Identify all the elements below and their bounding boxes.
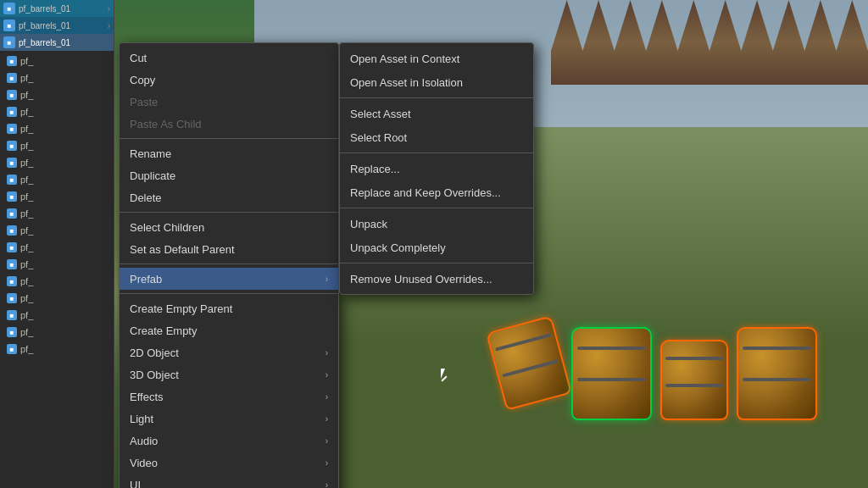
cube-icon-2: ■ bbox=[3, 19, 15, 31]
cube-icon-r10: ■ bbox=[7, 208, 17, 219]
submenu-select-root[interactable]: Select Root bbox=[340, 125, 533, 149]
cube-icon-r17: ■ bbox=[7, 327, 17, 337]
divider-4 bbox=[120, 293, 338, 294]
menu-create-empty-parent[interactable]: Create Empty Parent bbox=[120, 297, 338, 319]
video-arrow: › bbox=[326, 458, 328, 468]
submenu-divider-3 bbox=[340, 208, 533, 208]
sidebar-row-pf13[interactable]: ■ pf_ bbox=[0, 256, 114, 273]
cube-icon-r7: ■ bbox=[7, 158, 17, 168]
cube-icon-r4: ■ bbox=[7, 107, 17, 117]
sidebar-row-pf18[interactable]: ■ pf_ bbox=[0, 341, 114, 358]
cube-icon-r15: ■ bbox=[7, 293, 17, 303]
cube-icon-r18: ■ bbox=[7, 344, 17, 354]
sidebar-row-pf4[interactable]: ■ pf_ bbox=[0, 103, 114, 120]
menu-light[interactable]: Light › bbox=[120, 408, 338, 430]
sidebar-row-pf9[interactable]: ■ pf_ bbox=[0, 188, 114, 205]
sidebar-row-pf15[interactable]: ■ pf_ bbox=[0, 290, 114, 307]
cube-icon-r11: ■ bbox=[7, 225, 17, 236]
sidebar-row-pf2[interactable]: ■ pf_ bbox=[0, 69, 114, 86]
menu-2d-object[interactable]: 2D Object › bbox=[120, 341, 338, 363]
barrel-4 bbox=[737, 327, 817, 420]
cube-icon-r9: ■ bbox=[7, 191, 17, 202]
menu-ui[interactable]: UI › bbox=[120, 474, 338, 488]
arrow-1: › bbox=[108, 4, 110, 14]
menu-copy[interactable]: Copy bbox=[120, 69, 338, 91]
divider-1 bbox=[120, 138, 338, 139]
menu-paste-as-child: Paste As Child bbox=[120, 113, 338, 135]
sidebar-label-1: pf_barrels_01 bbox=[19, 4, 70, 14]
menu-delete[interactable]: Delete bbox=[120, 186, 338, 208]
cube-icon-1: ■ bbox=[3, 3, 15, 14]
submenu-divider-4 bbox=[340, 263, 533, 263]
barrel-2 bbox=[571, 327, 652, 420]
menu-effects[interactable]: Effects › bbox=[120, 385, 338, 408]
sidebar-item-1[interactable]: ■ pf_barrels_01 › bbox=[0, 0, 114, 17]
submenu-select-asset[interactable]: Select Asset bbox=[340, 102, 533, 125]
menu-audio[interactable]: Audio › bbox=[120, 430, 338, 452]
sidebar-row-pf10[interactable]: ■ pf_ bbox=[0, 205, 114, 222]
sidebar-row-pf7[interactable]: ■ pf_ bbox=[0, 154, 114, 171]
submenu-replace-keep-overrides[interactable]: Replace and Keep Overrides... bbox=[340, 180, 533, 204]
cube-icon-r8: ■ bbox=[7, 175, 17, 185]
divider-3 bbox=[120, 263, 338, 264]
sidebar-row-pf8[interactable]: ■ pf_ bbox=[0, 171, 114, 188]
submenu-divider-1 bbox=[340, 97, 533, 98]
cube-icon-r2: ■ bbox=[7, 73, 17, 83]
sidebar-row-pf3[interactable]: ■ pf_ bbox=[0, 86, 114, 103]
effects-arrow: › bbox=[326, 392, 328, 402]
prefab-submenu: Open Asset in Context Open Asset in Isol… bbox=[339, 42, 534, 295]
submenu-replace[interactable]: Replace... bbox=[340, 157, 533, 180]
prefab-arrow: › bbox=[326, 274, 328, 284]
submenu-open-isolation[interactable]: Open Asset in Isolation bbox=[340, 70, 533, 94]
sidebar-item-3[interactable]: ■ pf_barrels_01 bbox=[0, 34, 114, 51]
menu-prefab[interactable]: Prefab › bbox=[120, 268, 338, 290]
menu-select-children[interactable]: Select Children bbox=[120, 216, 338, 238]
cube-icon-r14: ■ bbox=[7, 276, 17, 286]
submenu-remove-unused-overrides[interactable]: Remove Unused Overrides... bbox=[340, 267, 533, 291]
menu-set-default-parent[interactable]: Set as Default Parent bbox=[120, 238, 338, 260]
sidebar-row-pf16[interactable]: ■ pf_ bbox=[0, 307, 114, 324]
submenu-open-context[interactable]: Open Asset in Context bbox=[340, 47, 533, 70]
cube-icon-r6: ■ bbox=[7, 141, 17, 151]
hierarchy-sidebar: ■ pf_barrels_01 › ■ pf_barrels_01 › ■ pf… bbox=[0, 0, 114, 488]
audio-arrow: › bbox=[326, 436, 328, 446]
cube-icon-r13: ■ bbox=[7, 259, 17, 269]
menu-video[interactable]: Video › bbox=[120, 452, 338, 474]
sidebar-row-pf5[interactable]: ■ pf_ bbox=[0, 120, 114, 137]
3d-arrow: › bbox=[326, 370, 328, 380]
arrow-2: › bbox=[108, 21, 110, 30]
divider-2 bbox=[120, 212, 338, 213]
barrel-3 bbox=[660, 340, 728, 420]
submenu-unpack[interactable]: Unpack bbox=[340, 212, 533, 236]
menu-rename[interactable]: Rename bbox=[120, 142, 338, 164]
light-arrow: › bbox=[326, 414, 328, 424]
ui-arrow: › bbox=[326, 480, 328, 489]
submenu-unpack-completely[interactable]: Unpack Completely bbox=[340, 236, 533, 259]
submenu-divider-2 bbox=[340, 152, 533, 153]
context-menu: Cut Copy Paste Paste As Child Rename Dup… bbox=[119, 42, 339, 488]
menu-paste: Paste bbox=[120, 91, 338, 113]
sidebar-label-3: pf_barrels_01 bbox=[19, 38, 70, 47]
cube-icon-r5: ■ bbox=[7, 124, 17, 134]
menu-cut[interactable]: Cut bbox=[120, 47, 338, 69]
barrel-group bbox=[495, 323, 817, 420]
menu-create-empty[interactable]: Create Empty bbox=[120, 319, 338, 341]
cube-icon-r12: ■ bbox=[7, 242, 17, 252]
menu-3d-object[interactable]: 3D Object › bbox=[120, 363, 338, 385]
barrel-1 bbox=[486, 315, 572, 410]
sidebar-row-pf17[interactable]: ■ pf_ bbox=[0, 324, 114, 341]
sidebar-row-pf6[interactable]: ■ pf_ bbox=[0, 137, 114, 154]
sidebar-row-pf1[interactable]: ■ pf_ bbox=[0, 53, 114, 69]
sidebar-row-pf12[interactable]: ■ pf_ bbox=[0, 239, 114, 256]
menu-duplicate[interactable]: Duplicate bbox=[120, 164, 338, 186]
sidebar-rows: ■ pf_ ■ pf_ ■ pf_ ■ pf_ ■ pf_ ■ pf_ ■ pf… bbox=[0, 53, 114, 358]
sidebar-row-pf11[interactable]: ■ pf_ bbox=[0, 222, 114, 239]
cube-icon-r16: ■ bbox=[7, 310, 17, 320]
cube-icon-3: ■ bbox=[3, 36, 15, 48]
sidebar-item-2[interactable]: ■ pf_barrels_01 › bbox=[0, 17, 114, 34]
sidebar-label-2: pf_barrels_01 bbox=[19, 21, 70, 30]
cube-icon-r1: ■ bbox=[7, 56, 17, 66]
2d-arrow: › bbox=[326, 348, 328, 358]
cube-icon-r3: ■ bbox=[7, 90, 17, 100]
sidebar-row-pf14[interactable]: ■ pf_ bbox=[0, 273, 114, 290]
